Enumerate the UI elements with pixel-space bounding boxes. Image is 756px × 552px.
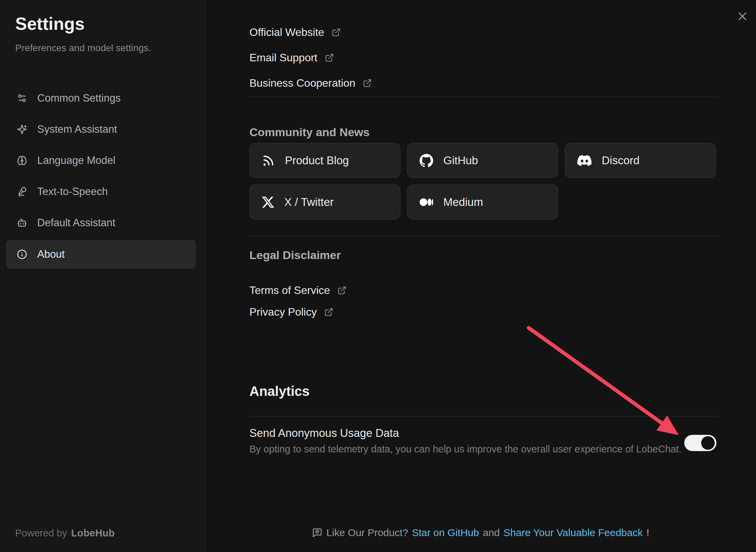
sparkles-icon <box>17 124 27 134</box>
external-link-icon <box>363 79 372 88</box>
external-link-icon <box>337 286 347 295</box>
sidebar-item-language-model[interactable]: Language Model <box>6 146 196 175</box>
sidebar-item-system-assistant[interactable]: System Assistant <box>6 115 196 144</box>
mic-icon <box>17 187 27 197</box>
footer-suffix: ! <box>646 527 649 538</box>
medium-button[interactable]: Medium <box>407 185 558 219</box>
x-twitter-button[interactable]: X / Twitter <box>249 185 400 219</box>
settings-sidebar: Settings Preferences and model settings.… <box>0 0 205 552</box>
link-label: Email Support <box>249 51 317 64</box>
close-button[interactable] <box>736 10 749 22</box>
sidebar-item-label: System Assistant <box>37 123 117 135</box>
section-divider <box>249 416 717 417</box>
share-feedback-link[interactable]: Share Your Valuable Feedback <box>504 527 643 538</box>
button-label: Medium <box>443 196 483 209</box>
sidebar-item-label: About <box>37 248 65 260</box>
footer-prefix: Like Our Product? <box>326 527 408 538</box>
analytics-section-title: Analytics <box>249 383 310 400</box>
telemetry-toggle[interactable] <box>684 435 716 451</box>
close-icon <box>737 10 748 22</box>
telemetry-item-description: By opting to send telemetry data, you ca… <box>249 442 682 456</box>
product-footer: Like Our Product? Star on GitHub and Sha… <box>205 527 756 538</box>
button-label: Product Blog <box>285 154 349 167</box>
external-link-icon <box>332 28 341 37</box>
section-divider <box>249 236 717 237</box>
github-icon <box>420 154 433 167</box>
page-title: Settings <box>15 14 85 34</box>
telemetry-item-title: Send Anonymous Usage Data <box>249 426 399 440</box>
discord-icon <box>577 153 592 168</box>
privacy-policy-link[interactable]: Privacy Policy <box>249 299 333 324</box>
lobehub-logo: LobeHub <box>71 528 115 539</box>
medium-icon <box>420 195 433 209</box>
sidebar-item-about[interactable]: About <box>6 240 196 269</box>
link-label: Terms of Service <box>249 284 330 297</box>
section-divider <box>249 97 717 97</box>
link-label: Business Cooperation <box>249 77 355 89</box>
link-label: Official Website <box>249 26 324 39</box>
page-subtitle: Preferences and model settings. <box>15 43 151 54</box>
sidebar-item-label: Text-to-Speech <box>37 186 108 198</box>
business-cooperation-link[interactable]: Business Cooperation <box>249 70 372 95</box>
contact-us-title: Contact Us <box>249 0 310 3</box>
github-button[interactable]: GitHub <box>407 143 558 178</box>
button-label: Discord <box>602 154 640 167</box>
official-website-link[interactable]: Official Website <box>249 20 341 45</box>
legal-section-title: Legal Disclaimer <box>249 248 341 262</box>
message-heart-icon <box>312 528 323 538</box>
product-blog-button[interactable]: Product Blog <box>249 143 400 178</box>
about-panel: Contact Us Official Website Email Suppor… <box>205 0 756 552</box>
discord-button[interactable]: Discord <box>565 143 716 178</box>
toggle-knob <box>701 436 715 450</box>
brain-icon <box>17 155 27 166</box>
external-link-icon <box>325 53 334 62</box>
email-support-link[interactable]: Email Support <box>249 45 334 70</box>
sidebar-item-common-settings[interactable]: Common Settings <box>6 84 196 112</box>
footer-conjunction: and <box>483 527 500 538</box>
link-label: Privacy Policy <box>249 306 317 318</box>
rss-icon <box>262 154 275 167</box>
bot-icon <box>17 218 27 228</box>
powered-by-text: Powered by <box>15 528 67 539</box>
sidebar-item-default-assistant[interactable]: Default Assistant <box>6 208 196 237</box>
settings-modal: Settings Preferences and model settings.… <box>0 0 756 552</box>
sidebar-item-label: Language Model <box>37 154 115 167</box>
x-icon <box>262 196 274 208</box>
star-on-github-link[interactable]: Star on GitHub <box>412 527 479 538</box>
button-label: GitHub <box>443 154 478 167</box>
button-label: X / Twitter <box>284 196 334 209</box>
powered-by[interactable]: Powered by LobeHub <box>15 528 115 539</box>
community-section-title: Community and News <box>249 125 370 140</box>
sidebar-item-label: Default Assistant <box>37 217 115 229</box>
sidebar-item-label: Common Settings <box>37 92 120 104</box>
terms-of-service-link[interactable]: Terms of Service <box>249 278 347 303</box>
info-icon <box>17 249 27 259</box>
sliders-icon <box>17 93 27 103</box>
sidebar-item-text-to-speech[interactable]: Text-to-Speech <box>6 177 196 206</box>
external-link-icon <box>324 307 333 317</box>
